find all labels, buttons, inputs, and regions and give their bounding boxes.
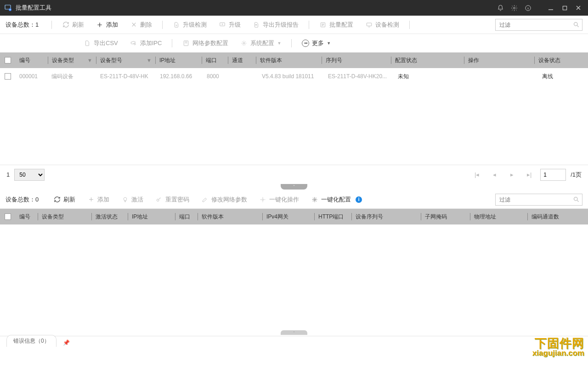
svg-point-8: [574, 22, 578, 26]
select-all-checkbox-2[interactable]: [5, 213, 11, 220]
filter-icon[interactable]: ▼: [147, 58, 152, 63]
minimize-button[interactable]: [544, 0, 558, 16]
list-icon: [319, 21, 327, 29]
chevron-down-icon: ▼: [327, 41, 331, 46]
svg-point-2: [513, 7, 515, 9]
table2-body: [0, 224, 588, 330]
device-count-2: 设备总数：0: [6, 196, 39, 204]
next-page-button[interactable]: ▸: [505, 169, 518, 181]
app-icon: [5, 4, 12, 12]
gear-icon[interactable]: [507, 0, 521, 16]
close-button[interactable]: [571, 0, 585, 16]
monitor-icon: [365, 21, 373, 29]
chevron-down-icon: ˇ: [281, 184, 307, 190]
gear-icon: [240, 40, 248, 47]
edit-net-button[interactable]: 修改网络参数: [196, 193, 253, 207]
svg-point-14: [314, 199, 316, 201]
page-input[interactable]: [540, 169, 566, 181]
svg-rect-7: [367, 23, 372, 25]
export-report-button[interactable]: 导出升级报告: [247, 18, 304, 32]
svg-point-15: [574, 197, 578, 201]
filter-search-bottom: [495, 194, 582, 206]
doc-icon: [84, 40, 91, 47]
upgrade-check-button[interactable]: 升级检测: [167, 18, 212, 32]
key-icon: [155, 196, 163, 203]
oneclick-op-button[interactable]: 一键化操作: [254, 193, 305, 207]
status-splitter[interactable]: ˆ: [0, 330, 588, 336]
filter-search-top: [495, 19, 582, 31]
chevron-down-icon: ▼: [277, 41, 281, 46]
status-bar: 错误信息（0） 📌: [0, 336, 588, 349]
plus-icon: [87, 196, 95, 203]
table2-header: 编号 设备类型 激活状态 IP地址 端口 软件版本 IPv4网关 HTTP端口 …: [0, 209, 588, 224]
svg-point-9: [134, 43, 136, 45]
export-icon: [253, 21, 260, 29]
upgrade-button[interactable]: 升级: [213, 18, 246, 32]
refresh-icon: [53, 196, 61, 203]
gear-icon: [259, 196, 266, 203]
panel-splitter[interactable]: ˇ: [0, 184, 588, 190]
upload-icon: [219, 21, 226, 29]
refresh-button-2[interactable]: 刷新: [48, 193, 81, 207]
page-label: 1: [6, 171, 10, 178]
bulb-icon: [121, 196, 129, 203]
svg-rect-4: [563, 6, 566, 10]
info-icon[interactable]: [521, 0, 535, 16]
svg-point-11: [243, 42, 245, 44]
svg-point-12: [157, 199, 159, 201]
refresh-button[interactable]: 刷新: [57, 18, 90, 32]
reset-password-button[interactable]: 重置密码: [150, 193, 195, 207]
doc-up-icon: [173, 21, 180, 29]
table1-header: 编号 设备类型▼ 设备型号▼ IP地址 端口 通道 软件版本 序列号 配置状态 …: [0, 52, 588, 68]
table1-body: 000001 编码设备 ES-211T-D-48V-HK 192.168.0.6…: [0, 68, 588, 165]
bell-icon[interactable]: [493, 0, 507, 16]
net-param-button[interactable]: 网络参数配置: [177, 36, 234, 50]
more-button[interactable]: •••更多▼: [296, 36, 336, 50]
oneclick-cfg-button[interactable]: 一键化配置i: [305, 193, 368, 207]
info-badge-icon: i: [356, 196, 362, 203]
add-button-2[interactable]: 添加: [82, 193, 115, 207]
prev-page-button[interactable]: ◂: [488, 169, 501, 181]
table-row[interactable]: 000001 编码设备 ES-211T-D-48V-HK 192.168.0.6…: [0, 68, 588, 85]
gear-icon: [311, 196, 318, 203]
filter-input-bottom[interactable]: [495, 194, 582, 206]
titlebar: 批量配置工具: [0, 0, 588, 16]
device-count: 设备总数：1: [6, 21, 39, 29]
filter-icon[interactable]: ▼: [87, 58, 92, 63]
edit-icon: [201, 196, 209, 203]
filter-input-top[interactable]: [495, 19, 582, 31]
error-info-tab[interactable]: 错误信息（0）: [6, 335, 57, 347]
svg-rect-10: [184, 41, 188, 46]
pin-icon[interactable]: 📌: [63, 339, 70, 346]
top-toolbar-2: 导出CSV 添加IPC 网络参数配置 系统配置▼ •••更多▼: [0, 34, 588, 52]
maximize-button[interactable]: [558, 0, 571, 16]
x-icon: [130, 21, 137, 29]
top-toolbar-1: 设备总数：1 刷新 添加 删除 升级检测 升级 导出升级报告 批量配置 设备检测: [0, 16, 588, 34]
batch-config-button[interactable]: 批量配置: [314, 18, 359, 32]
pagination: 1 50 |◂ ◂ ▸ ▸| /1页: [0, 165, 588, 184]
page-size-select[interactable]: 50: [14, 169, 45, 181]
search-icon: [573, 21, 580, 28]
activate-button[interactable]: 激活: [116, 193, 149, 207]
last-page-button[interactable]: ▸|: [523, 169, 536, 181]
net-icon: [182, 40, 190, 47]
camera-icon: [130, 40, 137, 47]
ellipsis-icon: •••: [302, 40, 309, 47]
chevron-up-icon: ˆ: [281, 330, 307, 335]
row-checkbox[interactable]: [5, 73, 11, 80]
bottom-toolbar: 设备总数：0 刷新 添加 激活 重置密码 修改网络参数 一键化操作 一键化配置i: [0, 190, 588, 209]
svg-point-13: [262, 199, 264, 201]
plus-icon: [96, 21, 103, 29]
add-ipc-button[interactable]: 添加IPC: [124, 36, 168, 50]
app-title: 批量配置工具: [16, 4, 51, 12]
search-icon: [573, 196, 580, 203]
select-all-checkbox[interactable]: [5, 57, 11, 63]
add-button[interactable]: 添加: [90, 18, 124, 32]
first-page-button[interactable]: |◂: [470, 169, 483, 181]
export-csv-button[interactable]: 导出CSV: [78, 36, 124, 50]
delete-button[interactable]: 删除: [124, 18, 158, 32]
sys-config-button[interactable]: 系统配置▼: [235, 36, 287, 50]
page-total: /1页: [571, 171, 582, 179]
refresh-icon: [62, 21, 69, 29]
device-check-button[interactable]: 设备检测: [360, 18, 405, 32]
